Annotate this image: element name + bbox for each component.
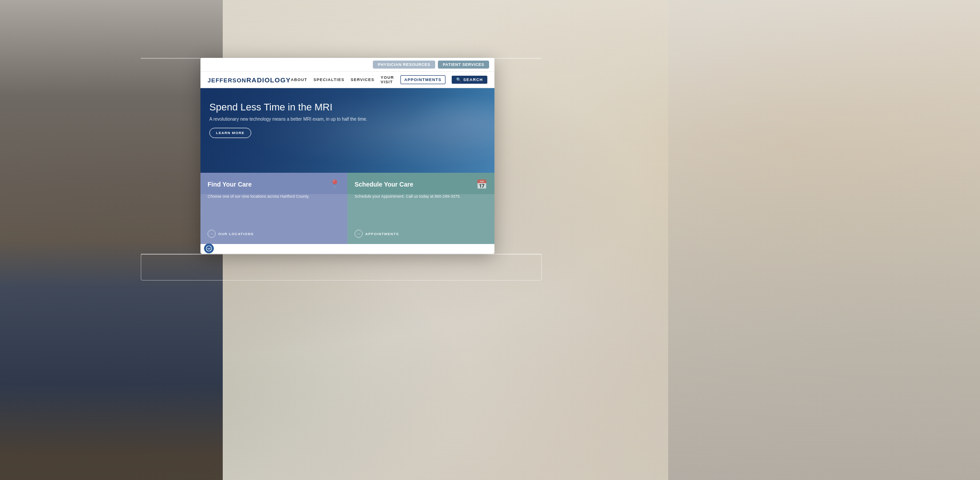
scroll-indicator[interactable] (204, 244, 214, 253)
logo-radiology: Radiology (246, 76, 291, 84)
deco-line-bottom (141, 254, 542, 255)
nav-about[interactable]: ABOUT (291, 77, 307, 82)
hero-title: Spend Less Time in the MRI (209, 102, 368, 113)
search-label: SEARCH (463, 77, 483, 82)
utility-bar: PHYSICIAN RESOURCES PATiENT Services (200, 58, 494, 72)
nav-links: ABOUT SPECIALTIES SERVICES YOUR VISIT AP… (291, 75, 487, 84)
find-care-card-header: Find Your Care 📍 (200, 173, 347, 194)
background-figure-right (668, 0, 980, 480)
site-logo[interactable]: JeffersonRadiology (208, 76, 291, 84)
search-icon: 🔍 (456, 77, 461, 82)
hero-section: Spend Less Time in the MRI A revolutiona… (200, 88, 494, 173)
find-care-footer: → OUR LOCATIONS (200, 225, 347, 244)
nav-appointments-button[interactable]: APPOINTMENTS (400, 75, 446, 84)
schedule-care-body-area: Schedule your Appointment. Call us today… (347, 194, 494, 244)
schedule-care-card: Schedule Your Care 📅 Schedule your Appoi… (347, 173, 494, 244)
schedule-care-link[interactable]: APPOINTMENTS (365, 232, 399, 236)
hero-cta-button[interactable]: LEARN MORE (209, 128, 251, 138)
patient-services-button[interactable]: PATiENT Services (438, 61, 489, 69)
schedule-care-footer: → APPOINTMENTS (347, 225, 494, 244)
nav-specialties[interactable]: SPECIALTIES (314, 77, 344, 82)
nav-search-button[interactable]: 🔍 SEARCH (452, 76, 487, 84)
nav-your-visit[interactable]: YOUR VISIT (381, 75, 394, 84)
find-care-title: Find Your Care (208, 181, 252, 188)
svg-point-0 (206, 246, 212, 251)
schedule-care-body: Schedule your Appointment. Call us today… (347, 194, 494, 225)
schedule-care-arrow[interactable]: → (355, 230, 363, 238)
find-care-link[interactable]: OUR LOCATIONS (218, 232, 254, 236)
find-care-body-area: Choose one of our nine locations across … (200, 194, 347, 244)
schedule-care-card-header: Schedule Your Care 📅 (347, 173, 494, 194)
nav-services[interactable]: SERVICES (351, 77, 374, 82)
find-care-arrow[interactable]: → (208, 230, 216, 238)
main-navigation: JeffersonRadiology ABOUT SPECIALTIES SER… (200, 72, 494, 88)
browser-window: PHYSICIAN RESOURCES PATiENT Services Jef… (200, 58, 494, 254)
find-care-card: Find Your Care 📍 Choose one of our nine … (200, 173, 347, 244)
find-care-body: Choose one of our nine locations across … (200, 194, 347, 225)
schedule-care-title: Schedule Your Care (355, 181, 413, 188)
background-figure-left (0, 0, 223, 480)
hero-content: Spend Less Time in the MRI A revolutiona… (209, 102, 368, 138)
location-icon: 📍 (329, 179, 340, 190)
hero-subtitle: A revolutionary new technology means a b… (209, 117, 368, 122)
physician-resources-button[interactable]: PHYSICIAN RESOURCES (373, 61, 435, 69)
calendar-icon: 📅 (476, 179, 487, 190)
cards-section: Find Your Care 📍 Choose one of our nine … (200, 173, 494, 244)
logo-jefferson: Jefferson (208, 77, 246, 84)
